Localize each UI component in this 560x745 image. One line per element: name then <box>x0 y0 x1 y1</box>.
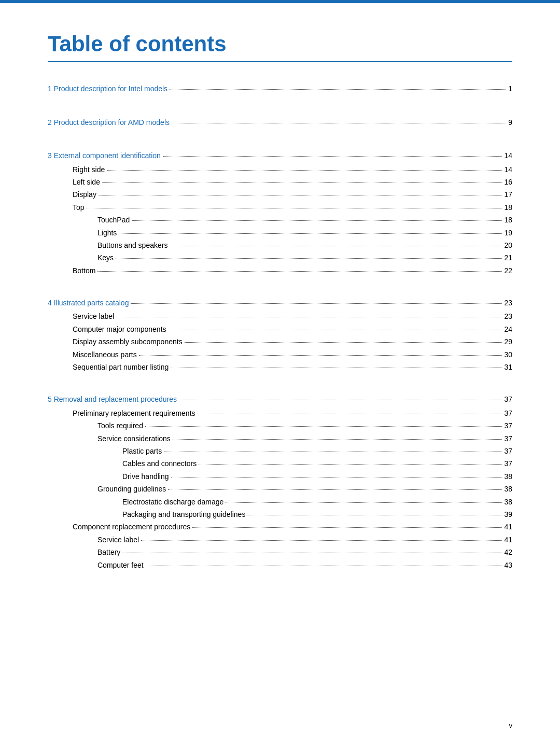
footer-page-label: v <box>509 722 513 729</box>
toc-entry-text: Grounding guidelines <box>97 483 166 495</box>
toc-entry-text: 5 Removal and replacement procedures <box>48 393 177 405</box>
page-title: Table of contents <box>48 31 512 57</box>
toc-entry-ch5-service: Service considerations37 <box>48 433 512 444</box>
toc-container: 1 Product description for Intel models12… <box>48 83 512 571</box>
toc-dots <box>107 170 502 171</box>
toc-entry-ch5-service2: Service label41 <box>48 534 512 545</box>
toc-dots <box>116 317 502 317</box>
toc-page-num: 38 <box>504 471 512 482</box>
toc-dots <box>192 527 502 528</box>
toc-page-num: 23 <box>504 297 512 308</box>
toc-page-num: 18 <box>504 214 512 226</box>
toc-page-num: 37 <box>504 433 512 444</box>
toc-spacer <box>48 374 512 383</box>
toc-entry-ch5-cables: Cables and connectors37 <box>48 458 512 469</box>
toc-dots <box>141 540 502 541</box>
toc-dots <box>171 477 502 477</box>
toc-entry-ch3-display: Display17 <box>48 189 512 200</box>
toc-entry-ch3-touchpad: TouchPad18 <box>48 214 512 226</box>
toc-dots <box>131 303 502 304</box>
toc-page-num: 37 <box>504 407 512 419</box>
toc-page-num: 30 <box>504 349 512 360</box>
toc-entry-ch5-electrostatic: Electrostatic discharge damage38 <box>48 496 512 508</box>
toc-dots <box>163 156 502 157</box>
toc-entry-ch3-right: Right side14 <box>48 164 512 175</box>
toc-entry-text: Display <box>73 189 96 200</box>
toc-dots <box>179 400 502 400</box>
toc-entry-ch4: 4 Illustrated parts catalog23 <box>48 297 512 308</box>
toc-entry-text: 1 Product description for Intel models <box>48 83 167 94</box>
toc-entry-text: Keys <box>97 252 114 263</box>
toc-entry-text: Computer major components <box>73 324 166 335</box>
toc-dots <box>122 553 502 553</box>
toc-entry-ch5-packaging: Packaging and transporting guidelines39 <box>48 509 512 520</box>
toc-entry-ch3-buttons: Buttons and speakers20 <box>48 240 512 251</box>
toc-entry-ch5-battery: Battery42 <box>48 546 512 558</box>
toc-dots <box>185 342 502 343</box>
toc-entry-text: Bottom <box>73 265 95 276</box>
toc-page-num: 21 <box>504 252 512 263</box>
toc-entry-text: Sequential part number listing <box>73 361 169 373</box>
toc-dots <box>99 195 502 195</box>
toc-entry-text: Buttons and speakers <box>97 240 167 251</box>
toc-page-num: 42 <box>504 546 512 558</box>
toc-dots <box>102 182 502 183</box>
toc-page-num: 23 <box>504 311 512 322</box>
toc-entry-ch3-keys: Keys21 <box>48 252 512 263</box>
toc-page-num: 20 <box>504 240 512 251</box>
toc-entry-text: Service considerations <box>97 433 171 444</box>
toc-dots <box>116 258 502 259</box>
toc-page-num: 29 <box>504 336 512 347</box>
toc-dots <box>170 246 502 246</box>
toc-page-num: 43 <box>504 559 512 571</box>
toc-entry-ch4-computer: Computer major components24 <box>48 324 512 335</box>
toc-entry-text: Preliminary replacement requirements <box>73 407 195 419</box>
toc-dots <box>168 489 502 490</box>
toc-dots <box>170 89 506 90</box>
toc-entry-ch5-drive: Drive handling38 <box>48 471 512 482</box>
toc-page-num: 37 <box>504 420 512 431</box>
toc-dots <box>171 368 502 368</box>
toc-entry-text: 3 External component identification <box>48 150 161 161</box>
toc-entry-ch5-computerfeet: Computer feet43 <box>48 559 512 571</box>
toc-entry-ch5-grounding: Grounding guidelines38 <box>48 483 512 495</box>
toc-entry-ch4-display: Display assembly subcomponents29 <box>48 336 512 347</box>
toc-page-num: 9 <box>508 117 512 128</box>
top-border <box>0 0 560 3</box>
toc-dots <box>97 271 502 272</box>
toc-page-num: 38 <box>504 496 512 508</box>
toc-page-num: 17 <box>504 189 512 200</box>
toc-dots <box>199 464 502 465</box>
toc-page-num: 41 <box>504 521 512 532</box>
toc-page-num: 37 <box>504 445 512 457</box>
toc-dots <box>198 414 502 414</box>
toc-page-num: 31 <box>504 361 512 373</box>
toc-entry-text: Plastic parts <box>122 445 162 457</box>
toc-dots <box>169 330 502 330</box>
toc-dots <box>226 502 502 503</box>
toc-entry-text: Packaging and transporting guidelines <box>122 509 245 520</box>
toc-entry-ch2: 2 Product description for AMD models9 <box>48 117 512 128</box>
toc-entry-ch5-prelim: Preliminary replacement requirements37 <box>48 407 512 419</box>
toc-dots <box>164 452 502 452</box>
toc-entry-text: Left side <box>73 176 100 188</box>
toc-page-num: 22 <box>504 265 512 276</box>
toc-dots <box>87 208 502 208</box>
toc-entry-text: Miscellaneous parts <box>73 349 137 360</box>
toc-spacer <box>48 130 512 139</box>
toc-entry-ch5-tools: Tools required37 <box>48 420 512 431</box>
toc-entry-ch4-sequential: Sequential part number listing31 <box>48 361 512 373</box>
toc-spacer <box>48 97 512 106</box>
toc-entry-ch3-bottom: Bottom22 <box>48 265 512 276</box>
toc-page-num: 38 <box>504 483 512 495</box>
toc-page-num: 19 <box>504 227 512 238</box>
toc-entry-text: Component replacement procedures <box>73 521 190 532</box>
toc-entry-text: Service label <box>97 534 139 545</box>
toc-entry-ch3-top: Top18 <box>48 202 512 213</box>
toc-dots <box>139 355 502 356</box>
toc-entry-text: Tools required <box>97 420 143 431</box>
toc-entry-text: 2 Product description for AMD models <box>48 117 170 128</box>
toc-entry-text: Cables and connectors <box>122 458 197 469</box>
toc-entry-text: Electrostatic discharge damage <box>122 496 223 508</box>
toc-entry-text: Battery <box>97 546 120 558</box>
